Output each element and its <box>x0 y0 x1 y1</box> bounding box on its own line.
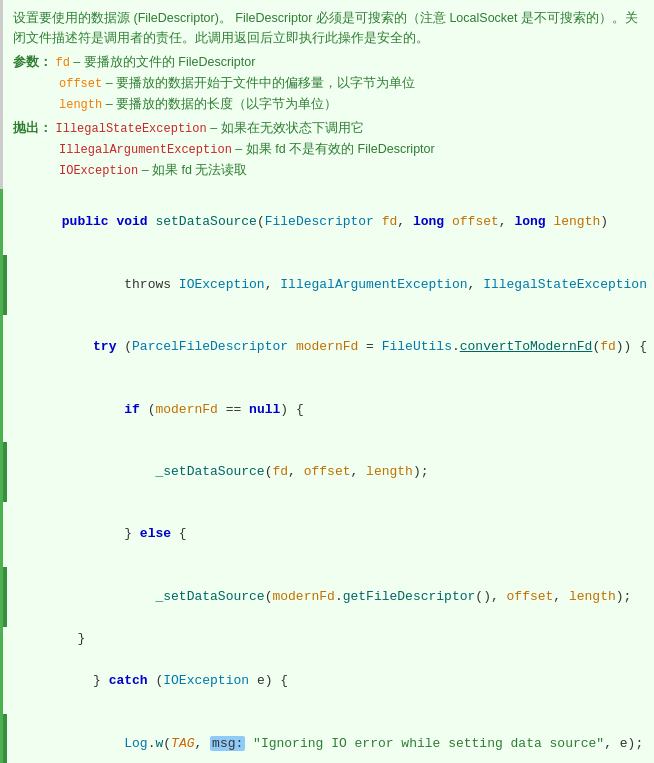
var-offset-s1: offset <box>304 464 351 479</box>
code-line-else: } else { <box>3 503 654 565</box>
var-modernfd-call: modernFd <box>272 589 334 604</box>
string-log-msg: "Ignoring IO error while setting data so… <box>245 736 604 751</box>
code-line-log: Log.w(TAG, msg: "Ignoring IO error while… <box>3 713 654 763</box>
kw-if: if <box>124 402 140 417</box>
exc-ise-1: IllegalStateException <box>55 122 206 136</box>
method-setdatasource-1: setDataSource <box>155 214 256 229</box>
type-ioexception-catch: IOException <box>163 673 249 688</box>
param-length: length <box>59 98 102 112</box>
kw-try: try <box>93 339 116 354</box>
log-msg-label: msg: <box>210 736 245 751</box>
log-tag-ref: TAG <box>171 736 194 751</box>
kw-null: null <box>249 402 280 417</box>
kw-throws-1: throws <box>124 277 171 292</box>
code-line-close-inner: } <box>3 628 654 650</box>
param-offset: offset <box>59 77 102 91</box>
throws-label-1: 抛出： <box>13 121 52 135</box>
var-length-s1: length <box>366 464 413 479</box>
code-line-catch: } catch (IOException e) { <box>3 650 654 712</box>
param-fd: fd <box>55 56 69 70</box>
var-offset-s2: offset <box>507 589 554 604</box>
method-setds-inner-2: _setDataSource <box>155 589 264 604</box>
var-modernfd-if: modernFd <box>155 402 217 417</box>
code-line-try: try (ParcelFileDescriptor modernFd = Fil… <box>3 316 654 378</box>
code-line-setds2: _setDataSource(modernFd.getFileDescripto… <box>3 566 654 628</box>
kw-else: else <box>140 526 171 541</box>
var-fd-try: fd <box>600 339 616 354</box>
kw-long-1: long <box>413 214 444 229</box>
var-fd-s1: fd <box>272 464 288 479</box>
var-offset-1: offset <box>452 214 499 229</box>
type-parcelfd: ParcelFileDescriptor <box>132 339 288 354</box>
exc-iae-1: IllegalArgumentException <box>59 143 232 157</box>
method-getfiledesc: getFileDescriptor <box>343 589 476 604</box>
type-fileutils: FileUtils <box>382 339 452 354</box>
method-setds-inner-1: _setDataSource <box>155 464 264 479</box>
params-label-1: 参数： <box>13 55 52 69</box>
doc-description-1: 设置要使用的数据源 (FileDescriptor)。 FileDescript… <box>13 8 644 48</box>
exc-ise-t1: IllegalStateException <box>483 277 647 292</box>
var-fd-1: fd <box>382 214 398 229</box>
kw-public-1: public <box>62 214 109 229</box>
code-line-setds1: _setDataSource(fd, offset, length); <box>3 441 654 503</box>
code-line-if: if (modernFd == null) { <box>3 378 654 440</box>
code-line-method1-sig: public void setDataSource(FileDescriptor… <box>3 191 654 253</box>
exc-ioexception-1: IOException <box>179 277 265 292</box>
var-length-1: length <box>553 214 600 229</box>
type-log: Log <box>124 736 147 751</box>
var-length-s2: length <box>569 589 616 604</box>
kw-void-1: void <box>116 214 147 229</box>
var-modernfd: modernFd <box>296 339 358 354</box>
code-block-1: public void setDataSource(FileDescriptor… <box>0 189 654 763</box>
kw-catch: catch <box>109 673 148 688</box>
kw-long-2: long <box>514 214 545 229</box>
type-filedesc-1: FileDescriptor <box>265 214 374 229</box>
method-converttomodernfd: convertToModernFd <box>460 339 593 354</box>
exc-iae-t1: IllegalArgumentException <box>280 277 467 292</box>
doc-block-1: 设置要使用的数据源 (FileDescriptor)。 FileDescript… <box>0 0 654 189</box>
exc-ioe-1: IOException <box>59 164 138 178</box>
code-line-throws-1: throws IOException, IllegalArgumentExcep… <box>3 254 654 316</box>
